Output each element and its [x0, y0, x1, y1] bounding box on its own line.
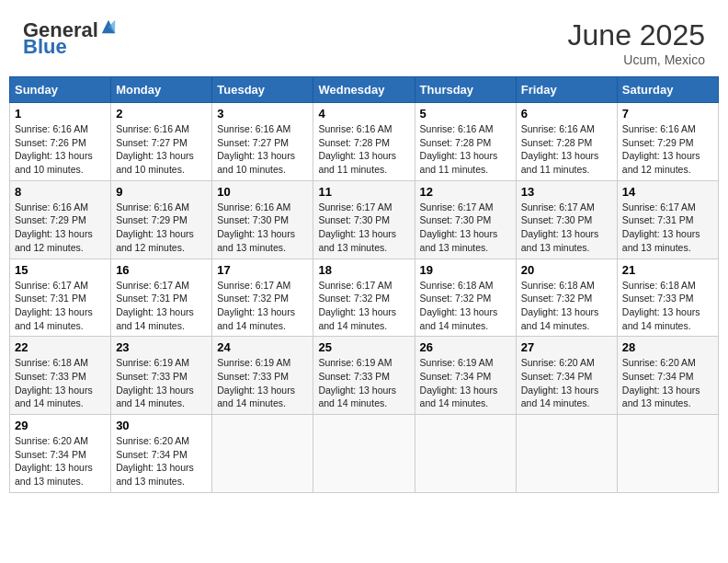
day-info: Sunrise: 6:20 AM Sunset: 7:34 PM Dayligh… [15, 434, 106, 488]
day-number: 16 [116, 263, 207, 277]
sunset-label: Sunset: 7:30 PM [420, 214, 492, 225]
col-monday: Monday [111, 77, 212, 103]
day-info: Sunrise: 6:16 AM Sunset: 7:28 PM Dayligh… [420, 122, 511, 177]
day-info: Sunrise: 6:16 AM Sunset: 7:29 PM Dayligh… [15, 201, 106, 255]
day-number: 4 [318, 107, 409, 121]
sunrise-label: Sunrise: 6:17 AM [318, 201, 392, 213]
day-number: 6 [521, 107, 612, 121]
sunrise-label: Sunrise: 6:17 AM [420, 201, 494, 213]
sunset-label: Sunset: 7:27 PM [116, 137, 188, 148]
sunset-label: Sunset: 7:30 PM [521, 214, 593, 225]
table-row: 26 Sunrise: 6:19 AM Sunset: 7:34 PM Dayl… [415, 337, 516, 415]
day-info: Sunrise: 6:16 AM Sunset: 7:29 PM Dayligh… [116, 201, 207, 255]
day-number: 13 [521, 185, 612, 199]
sunset-label: Sunset: 7:30 PM [318, 214, 390, 225]
day-number: 7 [622, 107, 713, 121]
day-number: 25 [318, 340, 409, 354]
sunset-label: Sunset: 7:28 PM [420, 137, 492, 148]
daylight-label: Daylight: 13 hours and 14 minutes. [116, 385, 194, 409]
table-row: 2 Sunrise: 6:16 AM Sunset: 7:27 PM Dayli… [111, 103, 212, 181]
calendar-header-row: Sunday Monday Tuesday Wednesday Thursday… [10, 77, 719, 103]
day-info: Sunrise: 6:20 AM Sunset: 7:34 PM Dayligh… [116, 434, 207, 488]
daylight-label: Daylight: 13 hours and 13 minutes. [521, 228, 599, 253]
daylight-label: Daylight: 13 hours and 14 minutes. [521, 306, 599, 331]
day-info: Sunrise: 6:16 AM Sunset: 7:28 PM Dayligh… [318, 122, 409, 177]
day-info: Sunrise: 6:19 AM Sunset: 7:33 PM Dayligh… [217, 356, 308, 410]
sunset-label: Sunset: 7:29 PM [15, 214, 86, 225]
daylight-label: Daylight: 13 hours and 11 minutes. [521, 150, 599, 175]
daylight-label: Daylight: 13 hours and 14 minutes. [217, 306, 295, 331]
sunset-label: Sunset: 7:33 PM [15, 371, 86, 382]
sunrise-label: Sunrise: 6:17 AM [217, 280, 290, 291]
daylight-label: Daylight: 13 hours and 14 minutes. [318, 385, 396, 409]
sunrise-label: Sunrise: 6:16 AM [116, 123, 189, 134]
sunset-label: Sunset: 7:31 PM [622, 214, 694, 225]
table-row: 27 Sunrise: 6:20 AM Sunset: 7:34 PM Dayl… [516, 337, 617, 415]
sunset-label: Sunset: 7:31 PM [15, 293, 86, 304]
sunrise-label: Sunrise: 6:18 AM [622, 280, 696, 291]
day-number: 21 [622, 263, 713, 277]
daylight-label: Daylight: 13 hours and 10 minutes. [217, 150, 295, 175]
day-info: Sunrise: 6:16 AM Sunset: 7:30 PM Dayligh… [217, 201, 308, 255]
calendar-row: 8 Sunrise: 6:16 AM Sunset: 7:29 PM Dayli… [10, 180, 719, 259]
sunset-label: Sunset: 7:34 PM [116, 449, 188, 460]
day-info: Sunrise: 6:20 AM Sunset: 7:34 PM Dayligh… [521, 356, 612, 410]
day-info: Sunrise: 6:18 AM Sunset: 7:32 PM Dayligh… [521, 279, 612, 333]
day-info: Sunrise: 6:17 AM Sunset: 7:31 PM Dayligh… [15, 279, 106, 333]
daylight-label: Daylight: 13 hours and 12 minutes. [15, 228, 93, 253]
daylight-label: Daylight: 13 hours and 13 minutes. [318, 228, 396, 253]
month-year: June 2025 [568, 18, 705, 52]
col-wednesday: Wednesday [313, 77, 415, 103]
sunrise-label: Sunrise: 6:16 AM [217, 123, 290, 134]
daylight-label: Daylight: 13 hours and 14 minutes. [15, 385, 93, 409]
daylight-label: Daylight: 13 hours and 10 minutes. [116, 150, 194, 175]
title-block: June 2025 Ucum, Mexico [568, 18, 705, 67]
table-row: 10 Sunrise: 6:16 AM Sunset: 7:30 PM Dayl… [212, 180, 313, 259]
sunset-label: Sunset: 7:32 PM [521, 293, 593, 304]
sunrise-label: Sunrise: 6:18 AM [15, 357, 88, 368]
logo-icon [100, 18, 117, 35]
daylight-label: Daylight: 13 hours and 13 minutes. [15, 462, 93, 487]
table-row: 28 Sunrise: 6:20 AM Sunset: 7:34 PM Dayl… [617, 337, 718, 415]
daylight-label: Daylight: 13 hours and 12 minutes. [622, 150, 700, 175]
day-number: 10 [217, 185, 308, 199]
day-info: Sunrise: 6:16 AM Sunset: 7:27 PM Dayligh… [217, 122, 308, 177]
table-row [415, 415, 516, 493]
day-info: Sunrise: 6:16 AM Sunset: 7:26 PM Dayligh… [15, 122, 106, 177]
day-info: Sunrise: 6:16 AM Sunset: 7:27 PM Dayligh… [116, 122, 207, 177]
sunrise-label: Sunrise: 6:20 AM [622, 357, 696, 368]
day-number: 15 [15, 263, 106, 277]
sunrise-label: Sunrise: 6:19 AM [420, 357, 494, 368]
daylight-label: Daylight: 13 hours and 14 minutes. [116, 306, 194, 331]
calendar-row: 22 Sunrise: 6:18 AM Sunset: 7:33 PM Dayl… [10, 337, 719, 415]
sunset-label: Sunset: 7:33 PM [217, 371, 289, 382]
daylight-label: Daylight: 13 hours and 13 minutes. [622, 385, 700, 409]
sunset-label: Sunset: 7:29 PM [622, 137, 694, 148]
sunset-label: Sunset: 7:33 PM [318, 371, 390, 382]
col-saturday: Saturday [617, 77, 718, 103]
day-number: 26 [420, 340, 511, 354]
table-row: 5 Sunrise: 6:16 AM Sunset: 7:28 PM Dayli… [415, 103, 516, 181]
calendar-row: 1 Sunrise: 6:16 AM Sunset: 7:26 PM Dayli… [10, 103, 719, 181]
sunrise-label: Sunrise: 6:19 AM [116, 357, 189, 368]
table-row: 12 Sunrise: 6:17 AM Sunset: 7:30 PM Dayl… [415, 180, 516, 259]
daylight-label: Daylight: 13 hours and 14 minutes. [318, 306, 396, 331]
sunrise-label: Sunrise: 6:18 AM [521, 280, 595, 291]
logo-blue: Blue [23, 35, 67, 59]
table-row: 6 Sunrise: 6:16 AM Sunset: 7:28 PM Dayli… [516, 103, 617, 181]
daylight-label: Daylight: 13 hours and 14 minutes. [217, 385, 295, 409]
day-number: 27 [521, 340, 612, 354]
day-number: 2 [116, 107, 207, 121]
sunrise-label: Sunrise: 6:17 AM [116, 280, 189, 291]
sunset-label: Sunset: 7:34 PM [15, 449, 86, 460]
sunrise-label: Sunrise: 6:20 AM [116, 435, 189, 446]
sunrise-label: Sunrise: 6:19 AM [217, 357, 290, 368]
table-row: 25 Sunrise: 6:19 AM Sunset: 7:33 PM Dayl… [313, 337, 415, 415]
day-number: 5 [420, 107, 511, 121]
day-info: Sunrise: 6:17 AM Sunset: 7:30 PM Dayligh… [420, 201, 511, 255]
day-number: 24 [217, 340, 308, 354]
daylight-label: Daylight: 13 hours and 12 minutes. [116, 228, 194, 253]
location: Ucum, Mexico [568, 52, 705, 67]
daylight-label: Daylight: 13 hours and 13 minutes. [622, 228, 700, 253]
table-row: 13 Sunrise: 6:17 AM Sunset: 7:30 PM Dayl… [516, 180, 617, 259]
